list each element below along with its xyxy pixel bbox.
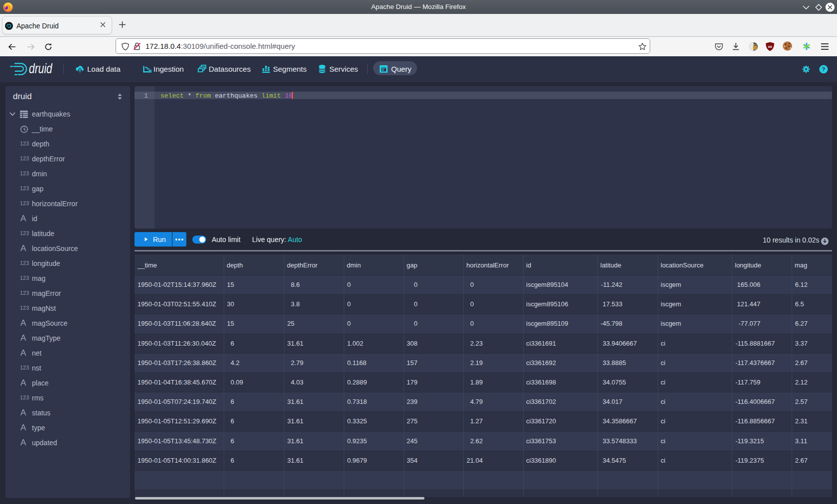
svg-text:?: ? bbox=[822, 66, 826, 72]
svg-text:uo: uo bbox=[768, 45, 772, 48]
